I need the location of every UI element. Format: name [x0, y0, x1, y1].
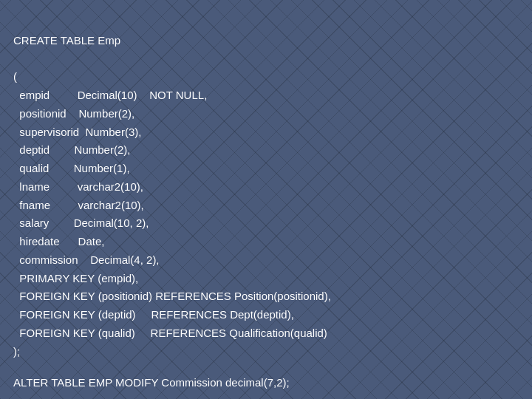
- create-table-line: CREATE TABLE Emp: [13, 34, 120, 47]
- field-salary: salary Decimal(10, 2),: [13, 216, 149, 229]
- field-commission: commission Decimal(4, 2),: [13, 253, 160, 266]
- field-lname: lname varchar2(10),: [13, 180, 143, 193]
- fk-deptid: FOREIGN KEY (deptid) REFERENCES Dept(dep…: [13, 308, 294, 321]
- close-paren: );: [13, 345, 20, 358]
- field-hiredate: hiredate Date,: [13, 235, 104, 248]
- open-paren: (: [13, 70, 17, 83]
- fk-positionid: FOREIGN KEY (positionid) REFERENCES Posi…: [13, 290, 331, 302]
- fk-qualid: FOREIGN KEY (qualid) REFERENCES Qualific…: [13, 327, 327, 339]
- field-supervisorid: supervisorid Number(3),: [13, 126, 141, 138]
- sql-create-table: CREATE TABLE Emp ( empid Decimal(10) NOT…: [13, 13, 516, 361]
- field-fname: fname varchar2(10),: [13, 199, 144, 211]
- field-deptid: deptid Number(2),: [13, 143, 130, 156]
- field-positionid: positionid Number(2),: [13, 107, 134, 120]
- sql-alter-statement: ALTER TABLE EMP MODIFY Commission decima…: [13, 374, 516, 392]
- primary-key-line: PRIMARY KEY (empid),: [13, 272, 138, 284]
- field-qualid: qualid Number(1),: [13, 162, 130, 174]
- field-empid: empid Decimal(10) NOT NULL,: [13, 89, 207, 101]
